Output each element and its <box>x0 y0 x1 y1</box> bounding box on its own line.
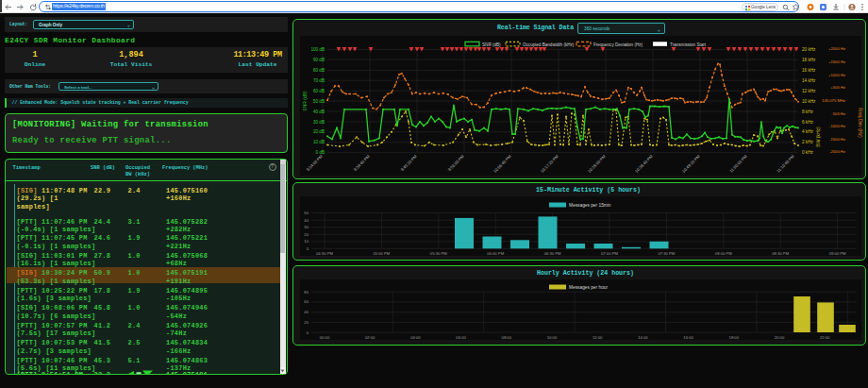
svg-text:Frequency Deviation (Hz): Frequency Deviation (Hz) <box>593 42 643 47</box>
svg-text:06:00: 06:00 <box>456 335 466 340</box>
svg-text:18 kHz: 18 kHz <box>802 58 816 62</box>
svg-text:100 dB: 100 dB <box>310 47 325 52</box>
svg-text:50: 50 <box>304 211 309 215</box>
svg-text:-1000 Hz: -1000 Hz <box>829 124 845 128</box>
svg-text:SNR (dB): SNR (dB) <box>302 91 308 111</box>
svg-text:60 dB: 60 dB <box>313 89 325 93</box>
svg-text:16 kHz: 16 kHz <box>802 68 816 73</box>
svg-text:Messages per hour: Messages per hour <box>569 285 608 290</box>
svg-text:70 dB: 70 dB <box>313 78 325 83</box>
svg-text:SNR (dB): SNR (dB) <box>482 42 501 47</box>
svg-text:40: 40 <box>304 310 309 314</box>
svg-text:6 kHz: 6 kHz <box>802 120 813 125</box>
svg-text:+1000 Hz: +1000 Hz <box>828 73 845 77</box>
svg-text:12 kHz: 12 kHz <box>802 89 816 93</box>
svg-text:22:00: 22:00 <box>820 335 830 340</box>
svg-text:Freq Dev (Hz): Freq Dev (Hz) <box>858 108 863 138</box>
svg-text:04:30 PM: 04:30 PM <box>316 251 333 256</box>
svg-text:16:00: 16:00 <box>683 335 693 340</box>
svg-text:20:00: 20:00 <box>775 335 785 340</box>
svg-text:06:00 PM: 06:00 PM <box>487 251 504 256</box>
svg-text:+2000 Hz: +2000 Hz <box>828 46 845 51</box>
svg-text:07:30 PM: 07:30 PM <box>658 251 675 256</box>
svg-text:06:30 PM: 06:30 PM <box>544 251 561 256</box>
svg-text:30: 30 <box>304 225 309 229</box>
svg-text:14 kHz: 14 kHz <box>802 78 816 83</box>
svg-text:+500 Hz: +500 Hz <box>830 85 845 90</box>
svg-text:07:00 PM: 07:00 PM <box>601 251 618 256</box>
svg-text:10: 10 <box>304 239 309 244</box>
svg-text:-1500 Hz: -1500 Hz <box>829 137 845 142</box>
svg-text:-2000 Hz: -2000 Hz <box>829 149 845 154</box>
svg-text:145.075 MHz: 145.075 MHz <box>822 98 845 103</box>
svg-text:40 dB: 40 dB <box>313 110 325 114</box>
svg-text:2 kHz: 2 kHz <box>802 140 813 144</box>
svg-text:20 kHz: 20 kHz <box>802 47 816 52</box>
svg-text:+1500 Hz: +1500 Hz <box>828 59 845 64</box>
svg-text:20: 20 <box>304 320 309 325</box>
svg-text:00:00: 00:00 <box>320 335 330 340</box>
svg-text:18:00: 18:00 <box>729 335 740 340</box>
svg-text:20: 20 <box>304 232 309 237</box>
svg-text:80 dB: 80 dB <box>313 68 325 73</box>
svg-text:30 dB: 30 dB <box>313 120 325 125</box>
svg-text:10 kHz: 10 kHz <box>802 99 816 104</box>
svg-text:60: 60 <box>304 299 309 304</box>
svg-text:90 dB: 90 dB <box>313 58 325 62</box>
svg-text:02:00: 02:00 <box>365 335 376 340</box>
svg-text:08:00 PM: 08:00 PM <box>715 251 732 256</box>
svg-text:14:00: 14:00 <box>638 335 648 340</box>
svg-text:10:00: 10:00 <box>547 335 558 340</box>
svg-text:20 dB: 20 dB <box>313 129 325 134</box>
svg-text:09:00 PM: 09:00 PM <box>829 251 846 256</box>
svg-text:05:30 PM: 05:30 PM <box>430 251 447 256</box>
svg-text:40: 40 <box>304 218 309 223</box>
svg-text:12:00: 12:00 <box>593 335 603 340</box>
svg-text:0 kHz: 0 kHz <box>802 150 813 155</box>
svg-text:-500 Hz: -500 Hz <box>831 111 845 116</box>
svg-text:10 dB: 10 dB <box>313 140 325 144</box>
svg-text:BW (kHz): BW (kHz) <box>815 127 821 147</box>
svg-text:08:00: 08:00 <box>502 335 512 340</box>
svg-text:04:00: 04:00 <box>410 335 421 340</box>
svg-text:80: 80 <box>304 290 309 295</box>
svg-text:Messages per 15min: Messages per 15min <box>569 203 611 208</box>
svg-text:05:00 PM: 05:00 PM <box>373 251 390 256</box>
svg-text:8 kHz: 8 kHz <box>802 110 813 114</box>
svg-text:Transmission Start: Transmission Start <box>670 42 707 47</box>
svg-text:50 dB: 50 dB <box>313 99 325 104</box>
svg-text:Occupied Bandwidth (kHz): Occupied Bandwidth (kHz) <box>523 42 575 47</box>
svg-text:4 kHz: 4 kHz <box>802 129 813 134</box>
svg-text:08:30 PM: 08:30 PM <box>772 251 789 256</box>
